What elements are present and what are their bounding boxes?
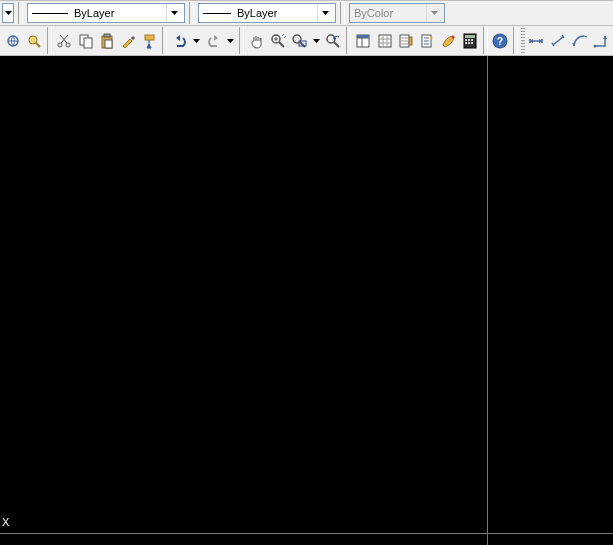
svg-point-5 xyxy=(29,36,37,44)
svg-marker-15 xyxy=(227,39,234,43)
viewport-divider-vertical xyxy=(487,56,488,545)
separator xyxy=(162,27,167,54)
viewport-divider-horizontal xyxy=(0,533,613,534)
svg-rect-33 xyxy=(465,42,467,44)
hyperlink-icon[interactable] xyxy=(3,31,22,51)
separator xyxy=(18,2,23,24)
dim-ordinate-icon[interactable] xyxy=(591,31,610,51)
svg-marker-2 xyxy=(322,11,329,15)
dim-arc-icon[interactable] xyxy=(569,31,588,51)
svg-marker-3 xyxy=(431,11,438,15)
svg-rect-32 xyxy=(471,39,473,41)
linetype-value: ByLayer xyxy=(74,7,162,19)
redo-dropdown-arrow[interactable] xyxy=(226,31,235,51)
copy-icon[interactable] xyxy=(76,31,95,51)
svg-rect-9 xyxy=(84,38,92,48)
linetype-dropdown[interactable]: ByLayer xyxy=(27,3,185,23)
zoom-previous-icon[interactable] xyxy=(324,31,343,51)
svg-point-27 xyxy=(451,35,454,38)
svg-rect-30 xyxy=(465,39,467,41)
undo-dropdown-arrow[interactable] xyxy=(192,31,201,51)
properties-bar: ByLayer ByLayer ByColor xyxy=(0,0,613,26)
toolpalettes-icon[interactable] xyxy=(396,31,415,51)
sheetset-icon[interactable] xyxy=(418,31,437,51)
quickcalc-icon[interactable] xyxy=(460,31,479,51)
chevron-down-icon xyxy=(317,4,333,22)
svg-marker-0 xyxy=(5,11,12,15)
svg-rect-29 xyxy=(465,35,475,38)
explorer-icon[interactable] xyxy=(24,31,43,51)
dim-aligned-icon[interactable] xyxy=(548,31,567,51)
crosshair-cursor: X xyxy=(2,516,9,528)
lineweight-swatch xyxy=(203,13,231,14)
svg-rect-35 xyxy=(471,42,473,44)
cut-icon[interactable] xyxy=(55,31,74,51)
pan-icon[interactable] xyxy=(247,31,266,51)
svg-marker-19 xyxy=(313,39,320,43)
plotstyle-dropdown[interactable]: ByColor xyxy=(349,3,445,23)
svg-rect-11 xyxy=(104,34,110,37)
zoom-realtime-icon[interactable] xyxy=(268,31,287,51)
svg-marker-14 xyxy=(193,39,200,43)
separator xyxy=(189,2,194,24)
properties-window-icon[interactable] xyxy=(354,31,373,51)
chevron-down-icon xyxy=(426,4,442,22)
drawing-viewport[interactable]: X xyxy=(0,56,613,545)
svg-point-17 xyxy=(293,35,301,43)
help-icon[interactable]: ? xyxy=(491,31,510,51)
markup-icon[interactable] xyxy=(439,31,458,51)
redo-icon[interactable] xyxy=(204,31,223,51)
toolbar-grip[interactable] xyxy=(521,28,525,53)
paste-icon[interactable] xyxy=(97,31,116,51)
svg-rect-22 xyxy=(357,35,369,38)
designcenter-icon[interactable] xyxy=(375,31,394,51)
lineweight-value: ByLayer xyxy=(237,7,313,19)
zoom-window-icon[interactable] xyxy=(290,31,309,51)
svg-point-6 xyxy=(58,43,62,47)
separator xyxy=(513,27,518,54)
separator xyxy=(47,27,52,54)
separator xyxy=(239,27,244,54)
svg-point-38 xyxy=(594,44,597,47)
dim-linear-icon[interactable] xyxy=(527,31,546,51)
svg-rect-34 xyxy=(468,42,470,44)
svg-rect-31 xyxy=(468,39,470,41)
standard-toolbar: ? xyxy=(0,26,613,56)
plotstyle-value: ByColor xyxy=(354,7,422,19)
svg-rect-25 xyxy=(409,37,412,45)
chevron-down-icon xyxy=(166,4,182,22)
svg-rect-23 xyxy=(379,35,391,47)
zoom-dropdown-arrow[interactable] xyxy=(312,31,321,51)
separator xyxy=(483,27,488,54)
dropdown-arrow-small[interactable] xyxy=(2,3,14,23)
svg-marker-1 xyxy=(171,11,178,15)
svg-text:?: ? xyxy=(497,36,503,47)
undo-icon[interactable] xyxy=(170,31,189,51)
matchprop-icon[interactable] xyxy=(119,31,138,51)
lineweight-dropdown[interactable]: ByLayer xyxy=(198,3,336,23)
paintformat-icon[interactable] xyxy=(140,31,159,51)
separator xyxy=(346,27,351,54)
linetype-swatch xyxy=(32,13,68,14)
separator xyxy=(340,2,345,24)
svg-rect-12 xyxy=(105,40,112,48)
svg-point-7 xyxy=(66,43,70,47)
svg-rect-13 xyxy=(145,35,154,40)
